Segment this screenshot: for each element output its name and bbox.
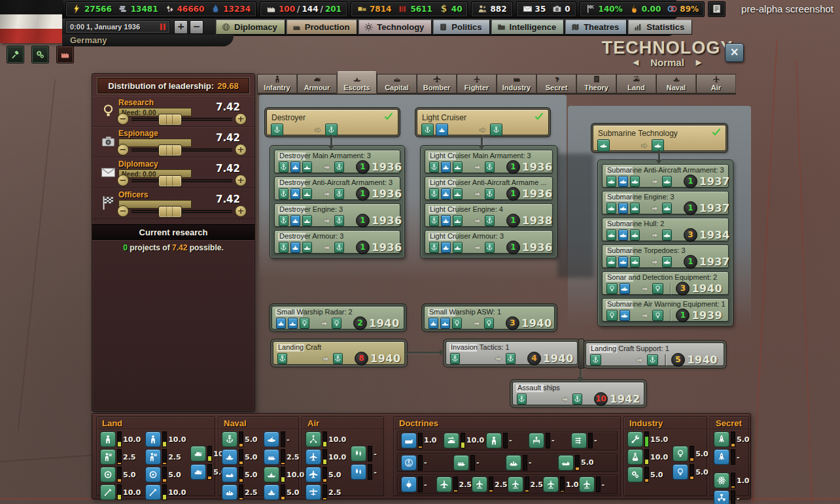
tech-item-destroyer-armour-3[interactable]: Destroyer Armour: 311936: [274, 230, 400, 254]
tech-item-light-cruiser-armour-3[interactable]: Light Cruiser Armour: 311936: [425, 230, 553, 254]
tech-item-asw[interactable]: Small Warship ASW: 131940: [424, 306, 555, 329]
menu-tab-intelligence[interactable]: Intelligence: [491, 20, 565, 35]
oildrop-icon: [210, 3, 221, 14]
tech-overview-panel: Land10.0M2.55.010.010.0M2.55.010.010.05.…: [92, 413, 751, 499]
slider-handle[interactable]: [158, 114, 182, 126]
crystals-icon: [164, 3, 175, 14]
increase-button[interactable]: +: [235, 175, 247, 186]
speed-down-button[interactable]: −: [190, 20, 203, 34]
tech-item-assault[interactable]: Assault ships101942: [512, 382, 644, 405]
ship-icon: [436, 124, 448, 136]
tech-item-submarine-hull-2[interactable]: Submarine Hull: 231934: [602, 218, 729, 241]
leadership-assigned-value: -: [476, 458, 491, 467]
slider-handle[interactable]: [158, 175, 182, 187]
tech-item-light-cruiser-engine-4[interactable]: Light Cruiser Engine: 411938: [425, 203, 553, 227]
tech-tab-armour[interactable]: Armour: [297, 74, 337, 93]
tech-tab-bomber[interactable]: Bomber: [417, 74, 457, 93]
factory-quick-button[interactable]: [56, 46, 74, 63]
close-button[interactable]: ×: [725, 43, 744, 62]
increase-button[interactable]: +: [235, 113, 247, 125]
tech-item-destroyer-anti-aircraft-armament-3[interactable]: Destroyer Anti-Aircraft Armament: 311936: [274, 176, 400, 200]
tech-item-submarine-anti-aircraft-armament-3[interactable]: Submarine Anti-Aircraft Armament: 311937: [602, 164, 729, 188]
leadership-assigned-value: -: [424, 458, 438, 467]
increase-button[interactable]: +: [235, 144, 247, 156]
tech-item-invasion[interactable]: Invasion Tactics: 141940: [446, 341, 578, 365]
resource-value: 7814: [370, 5, 391, 14]
tech-item-name: Small Warship ASW: 1: [425, 307, 554, 316]
menu-tab-technology[interactable]: Technology: [359, 20, 432, 35]
decrease-button[interactable]: −: [117, 144, 129, 156]
tech-item-landing[interactable]: Landing Craft81940: [273, 341, 405, 365]
leadership-assigned-value: -: [551, 436, 566, 445]
diplomacy-slider[interactable]: −+: [117, 175, 247, 186]
tech-year: 1940: [687, 354, 720, 366]
speed-up-button[interactable]: +: [174, 20, 188, 34]
quick-buttons: [7, 46, 74, 63]
tech-tab-escorts[interactable]: Escorts: [337, 71, 377, 93]
increase-button[interactable]: +: [235, 205, 247, 217]
anchor-icon: [334, 161, 344, 173]
tech-tab-air[interactable]: Air: [696, 74, 736, 93]
menu-tab-production[interactable]: Production: [287, 20, 358, 35]
slider-handle[interactable]: [158, 206, 182, 218]
dollar-resource: $40: [438, 3, 463, 14]
tech-item-light-cruiser-main-armament-3[interactable]: Light Cruiser Main Armament: 311936: [425, 150, 553, 173]
anchor-icon: [450, 353, 460, 364]
rocketpod-indicator: -: [351, 464, 388, 480]
anchor-icon: [334, 215, 344, 226]
watermark: pre-alpha screenshot: [741, 3, 833, 14]
orgtree-icon: [529, 433, 544, 448]
tech-item-sonar-and-detection-equipment-2[interactable]: Sonar and Detection Equipment: 231940: [602, 271, 729, 295]
germany-flag: [0, 0, 62, 43]
tech-item-radar[interactable]: Small Warship Radar: 221940: [271, 306, 404, 329]
menu-tab-politics[interactable]: Politics: [433, 20, 489, 35]
decrease-button[interactable]: −: [117, 175, 129, 186]
battleship-indicator: -: [506, 455, 558, 471]
tech-item-destroyer-main-armament-3[interactable]: Destroyer Main Armament: 311936: [274, 150, 400, 173]
anchor-icon: [485, 188, 495, 199]
submarine-icon: [618, 176, 628, 187]
menu-tab-diplomacy[interactable]: Diplomacy: [216, 20, 285, 35]
tech-submarine[interactable]: Submarine Technology: [593, 125, 726, 151]
tech-tab-land[interactable]: Land: [616, 74, 656, 93]
officers-slider[interactable]: −+: [117, 205, 247, 217]
decrease-button[interactable]: −: [117, 113, 129, 125]
tech-item-destroyer-engine-3[interactable]: Destroyer Engine: 311936: [274, 203, 400, 227]
gears-quick-button[interactable]: [31, 46, 49, 63]
tech-tab-industry[interactable]: Industry: [497, 74, 536, 93]
tech-tab-theory[interactable]: Theory: [576, 74, 616, 93]
tech-tab-naval[interactable]: Naval: [656, 74, 696, 93]
difficulty-next-icon[interactable]: ▶: [696, 58, 701, 67]
question-icon: ?: [550, 75, 563, 84]
tech-item-submarine-torpedoes-3[interactable]: Submarine Torpedoes: 311937: [602, 244, 729, 268]
tech-light_cruiser[interactable]: Light Cruiser: [417, 109, 549, 135]
tech-tab-infantry[interactable]: Infantry: [257, 74, 297, 93]
bulb-icon: [652, 310, 663, 321]
difficulty-prev-icon[interactable]: ◀: [633, 58, 639, 67]
menu-tab-theatres[interactable]: Theatres: [565, 20, 627, 35]
diplomacy-row: Diplomacy7.42Need: 0.00−+: [92, 158, 254, 188]
tech-item-submarine-air-warning-equipment-1[interactable]: Submarine Air Warning Equipment: 111939: [602, 298, 729, 322]
resource-group-menu[interactable]: [708, 1, 726, 17]
tech-tab-secret[interactable]: ?Secret: [536, 74, 576, 93]
progress-bar: [588, 433, 593, 448]
difficulty-badge: 3: [506, 316, 519, 330]
menu-tab-label: Production: [305, 22, 350, 32]
tech-item-light-cruiser-anti-aircraft-armame-[interactable]: Light Cruiser Anti-Aircraft Armame ...11…: [425, 176, 553, 200]
tech-item-submarine-engine-3[interactable]: Submarine Engine: 311937: [602, 191, 729, 214]
tech-progress-column: 5.05.05.02.5: [222, 431, 259, 494]
progress-bar: [596, 477, 601, 492]
tech-branch-junction: [578, 339, 584, 369]
tech-destroyer[interactable]: Destroyer: [266, 109, 398, 135]
tech-tab-fighter[interactable]: Fighter: [457, 74, 497, 93]
espionage-slider[interactable]: −+: [117, 144, 247, 156]
fuel-resource: 5611: [397, 3, 432, 14]
slider-handle[interactable]: [158, 144, 182, 156]
tech-item-name: Landing Craft: [273, 342, 404, 351]
tech-tab-capital[interactable]: Capital: [377, 74, 417, 93]
hammer-quick-button[interactable]: [7, 46, 24, 63]
decrease-button[interactable]: −: [117, 205, 129, 217]
menu-tab-statistics[interactable]: Statistics: [628, 20, 692, 35]
research-slider[interactable]: −+: [117, 113, 247, 125]
tech-item-lcs[interactable]: Landing Craft Support: 151940: [586, 343, 724, 366]
